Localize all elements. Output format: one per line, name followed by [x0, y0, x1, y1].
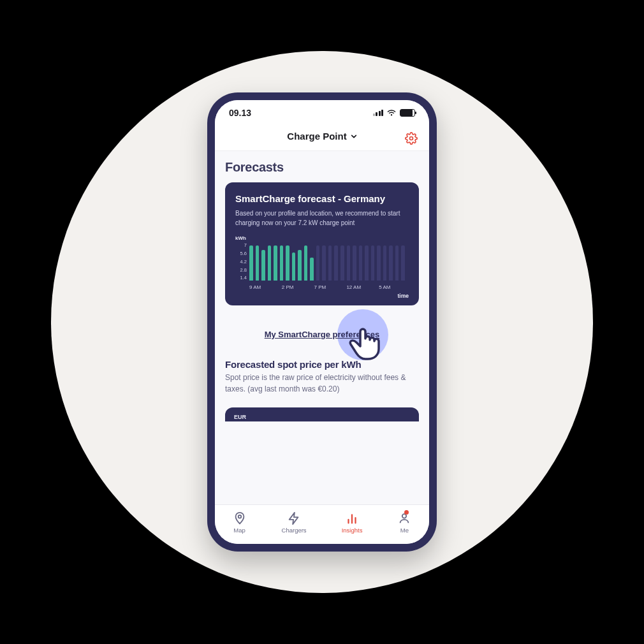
tab-map[interactable]: Map — [233, 511, 247, 534]
screen: 09.13 Charge Point Forecasts SmartCharge… — [215, 100, 429, 544]
tab-bar: Map Chargers Insights — [215, 504, 429, 544]
x-ticks: 9 AM 2 PM 7 PM 12 AM 5 AM — [249, 284, 409, 290]
y-ticks: 7 5.6 4.2 2.8 1.4 — [235, 242, 247, 281]
chart-bar — [353, 245, 356, 281]
settings-icon[interactable] — [405, 132, 418, 145]
tab-label: Me — [400, 527, 409, 534]
signal-icon — [373, 110, 384, 116]
chart-bar — [389, 245, 393, 281]
chart-bar — [268, 245, 272, 281]
phone-frame: 09.13 Charge Point Forecasts SmartCharge… — [207, 92, 437, 552]
tab-me[interactable]: Me — [397, 511, 411, 534]
battery-icon — [400, 109, 415, 117]
chart-bar — [316, 245, 320, 281]
tab-label: Map — [233, 527, 245, 534]
chevron-down-icon — [351, 133, 357, 140]
chart-bar — [383, 245, 387, 281]
header-dropdown[interactable]: Charge Point — [287, 131, 356, 142]
chart-bar — [365, 245, 369, 281]
wifi-icon — [386, 109, 397, 117]
bar-chart-icon — [345, 511, 359, 525]
chart-bar — [328, 245, 332, 281]
chart-bar — [310, 258, 314, 281]
hand-cursor-icon — [345, 322, 386, 363]
tab-insights[interactable]: Insights — [342, 511, 363, 534]
chart-bar — [334, 245, 338, 281]
smartcharge-desc: Based on your profile and location, we r… — [235, 209, 409, 228]
svg-point-0 — [238, 515, 241, 518]
x-axis-label: time — [235, 293, 409, 299]
preferences-link-wrap: My SmartCharge preferences — [225, 305, 419, 359]
status-icons — [373, 109, 416, 117]
svg-point-1 — [402, 514, 406, 518]
chart-bar — [274, 245, 277, 281]
chart-bar — [371, 245, 375, 281]
chart-bar — [359, 245, 363, 281]
chart-bar — [249, 245, 253, 281]
status-time: 09.13 — [229, 108, 251, 118]
tab-label: Chargers — [282, 527, 307, 534]
spot-price-desc: Spot price is the raw price of electrici… — [225, 372, 419, 395]
spot-price-card[interactable]: EUR — [225, 407, 419, 421]
app-header: Charge Point — [215, 126, 429, 151]
chart-bar — [280, 245, 284, 281]
chart-bar — [322, 245, 326, 281]
status-bar: 09.13 — [215, 100, 429, 126]
map-pin-icon — [233, 511, 247, 525]
header-title-text: Charge Point — [287, 131, 346, 142]
smartcharge-title: SmartCharge forecast - Germany — [235, 193, 409, 205]
chart-bar — [256, 245, 260, 281]
chart-bar — [347, 245, 351, 281]
smartcharge-chart: 7 5.6 4.2 2.8 1.4 — [235, 242, 409, 281]
chart-bar — [401, 245, 405, 281]
spot-price-title: Forecasted spot price per kWh — [225, 359, 419, 370]
tab-chargers[interactable]: Chargers — [282, 511, 307, 534]
content-area: Forecasts SmartCharge forecast - Germany… — [215, 151, 429, 504]
lightning-icon — [287, 511, 301, 525]
chart-bar — [261, 250, 265, 281]
chart-bar — [298, 250, 302, 281]
spot-currency-label: EUR — [234, 414, 246, 420]
smartcharge-card[interactable]: SmartCharge forecast - Germany Based on … — [225, 182, 419, 305]
chart-bar — [377, 245, 381, 281]
background-circle: 09.13 Charge Point Forecasts SmartCharge… — [51, 51, 593, 593]
tab-label: Insights — [342, 527, 363, 534]
chart-bar — [395, 245, 399, 281]
y-axis-label: kWh — [235, 235, 409, 241]
chart-bar — [292, 252, 296, 281]
page-title: Forecasts — [225, 160, 419, 175]
chart-bar — [286, 245, 289, 281]
chart-bar — [304, 245, 308, 281]
chart-bar — [340, 245, 344, 281]
